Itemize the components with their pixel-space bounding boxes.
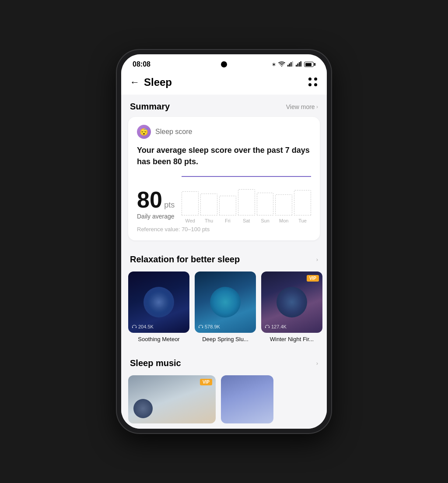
score-display: 80 pts Daily average	[137, 184, 175, 220]
bar-tue	[294, 190, 311, 215]
signal-icon-1	[287, 61, 294, 68]
music-thumb-1: VIP	[128, 375, 216, 423]
bar	[182, 191, 199, 215]
battery-icon	[304, 62, 315, 67]
sleep-music-section: Sleep music › VIP	[121, 351, 327, 429]
header-left: ← Sleep	[130, 76, 172, 88]
menu-dot	[314, 83, 317, 86]
page-title: Sleep	[144, 76, 172, 88]
relaxation-scroll[interactable]: 204.5K Soothing Meteor 578.9K	[121, 270, 327, 348]
chevron-right-icon: ›	[316, 103, 318, 110]
relaxation-name-1: Soothing Meteor	[128, 336, 189, 342]
phone-screen: 08:08 ∗	[121, 54, 327, 428]
bar	[294, 190, 311, 215]
bar-sun	[257, 193, 274, 215]
relaxation-name-3: Winter Night Fir...	[261, 336, 322, 342]
score-description: Your average sleep score over the past 7…	[137, 145, 311, 167]
bar	[257, 193, 274, 215]
relaxation-item-3[interactable]: VIP 127.4K Winter Night Fir...	[261, 271, 322, 342]
relaxation-item-2[interactable]: 578.9K Deep Spring Slu...	[195, 271, 256, 342]
vip-badge-3: VIP	[307, 275, 319, 282]
music-scroll[interactable]: VIP	[121, 374, 327, 429]
play-count-1: 204.5K	[132, 324, 154, 329]
sleep-score-card: 😴 Sleep score Your average sleep score o…	[128, 117, 320, 240]
chevron-right-icon: ›	[316, 256, 318, 263]
relaxation-thumb-2: 578.9K	[195, 271, 256, 333]
view-more-label: View more	[286, 103, 315, 110]
relaxation-name-2: Deep Spring Slu...	[195, 336, 256, 342]
status-time: 08:08	[133, 60, 150, 68]
menu-dot	[314, 78, 317, 81]
music-thumb-2	[221, 375, 273, 423]
bar-wed	[182, 191, 199, 215]
chart-container: Wed Thu Fri Sat Sun Mon Tue	[182, 176, 311, 220]
music-vip-badge: VIP	[200, 379, 212, 385]
relaxation-thumb-3: VIP 127.4K	[261, 271, 322, 333]
back-button[interactable]: ←	[130, 77, 140, 88]
svg-rect-0	[287, 65, 289, 67]
sleep-music-header: Sleep music ›	[121, 351, 327, 374]
score-unit: pts	[164, 201, 175, 209]
summary-title: Summary	[130, 102, 170, 112]
sleep-music-view-more[interactable]: ›	[316, 360, 318, 367]
svg-rect-5	[298, 63, 299, 67]
relaxation-section: Relaxation for better sleep › 204.5K	[121, 247, 327, 351]
menu-dot	[308, 78, 312, 81]
relaxation-circle-1	[144, 287, 174, 317]
day-tue: Tue	[294, 218, 311, 223]
view-more-button[interactable]: View more ›	[286, 103, 318, 110]
card-title: Sleep score	[155, 128, 192, 136]
wifi-icon	[278, 61, 285, 68]
music-item-1[interactable]: VIP	[128, 375, 216, 423]
bar	[200, 194, 217, 215]
camera-notch	[221, 61, 227, 67]
day-sat: Sat	[238, 218, 255, 223]
relaxation-thumb-1: 204.5K	[128, 271, 189, 333]
app-header: ← Sleep	[121, 72, 327, 95]
bar-thu	[200, 194, 217, 215]
relaxation-title: Relaxation for better sleep	[130, 254, 240, 264]
status-bar: 08:08 ∗	[121, 54, 327, 72]
main-content: Summary View more › 😴 Sleep score Your a…	[121, 95, 327, 428]
play-count-2: 578.9K	[198, 324, 220, 329]
music-circle-1	[133, 399, 153, 418]
relaxation-circle-2	[210, 287, 241, 317]
svg-rect-7	[301, 61, 302, 67]
phone-frame: 08:08 ∗	[117, 50, 331, 433]
svg-rect-2	[290, 62, 292, 67]
summary-section-header: Summary View more ›	[121, 95, 327, 117]
day-sun: Sun	[257, 218, 274, 223]
svg-rect-1	[289, 63, 290, 67]
sleep-music-title: Sleep music	[130, 358, 181, 368]
day-fri: Fri	[219, 218, 236, 223]
chart-bars	[182, 176, 311, 215]
relaxation-header: Relaxation for better sleep ›	[121, 247, 327, 270]
day-thu: Thu	[200, 218, 217, 223]
menu-button[interactable]	[308, 78, 318, 87]
music-item-2[interactable]	[221, 375, 273, 423]
svg-rect-4	[296, 65, 297, 67]
svg-rect-6	[299, 62, 300, 67]
svg-rect-3	[292, 61, 294, 67]
bluetooth-icon: ∗	[272, 61, 276, 67]
signal-icon-2	[296, 61, 302, 68]
reference-text: Reference value: 70–100 pts	[137, 226, 311, 233]
bar-mon	[275, 194, 292, 215]
day-labels: Wed Thu Fri Sat Sun Mon Tue	[182, 218, 311, 223]
bar	[238, 189, 255, 215]
bar-fri	[219, 196, 236, 215]
relaxation-item-1[interactable]: 204.5K Soothing Meteor	[128, 271, 189, 342]
chart-average-line	[182, 176, 311, 177]
chevron-right-icon: ›	[316, 360, 318, 367]
card-header: 😴 Sleep score	[137, 125, 311, 139]
day-mon: Mon	[275, 218, 292, 223]
menu-dot	[308, 83, 312, 86]
relaxation-view-more[interactable]: ›	[316, 256, 318, 263]
status-icons: ∗	[272, 61, 315, 68]
bar	[275, 194, 292, 215]
score-value: 80 pts	[137, 188, 175, 211]
relaxation-circle-3	[276, 287, 307, 317]
daily-average-label: Daily average	[137, 213, 175, 220]
bar	[219, 196, 236, 215]
day-wed: Wed	[182, 218, 199, 223]
